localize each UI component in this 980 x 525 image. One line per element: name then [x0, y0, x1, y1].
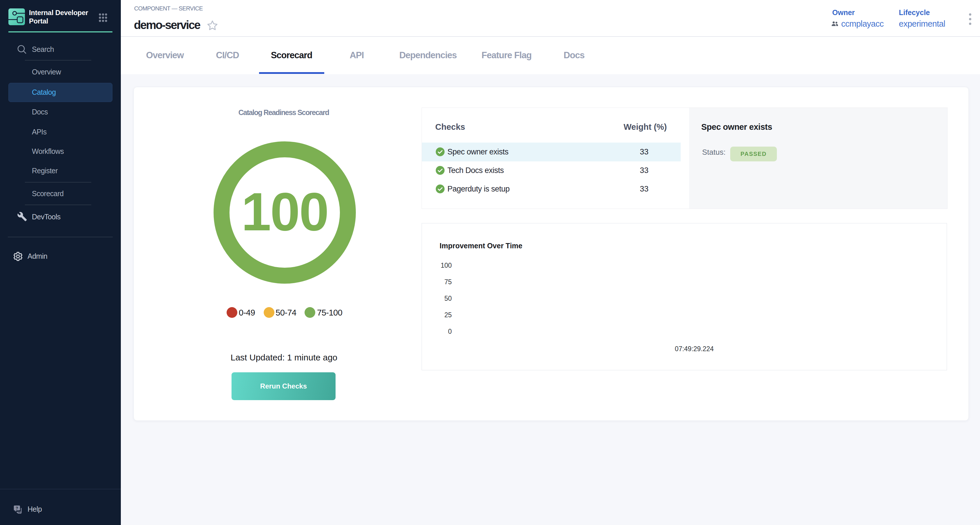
svg-text:?: ?: [16, 506, 18, 511]
